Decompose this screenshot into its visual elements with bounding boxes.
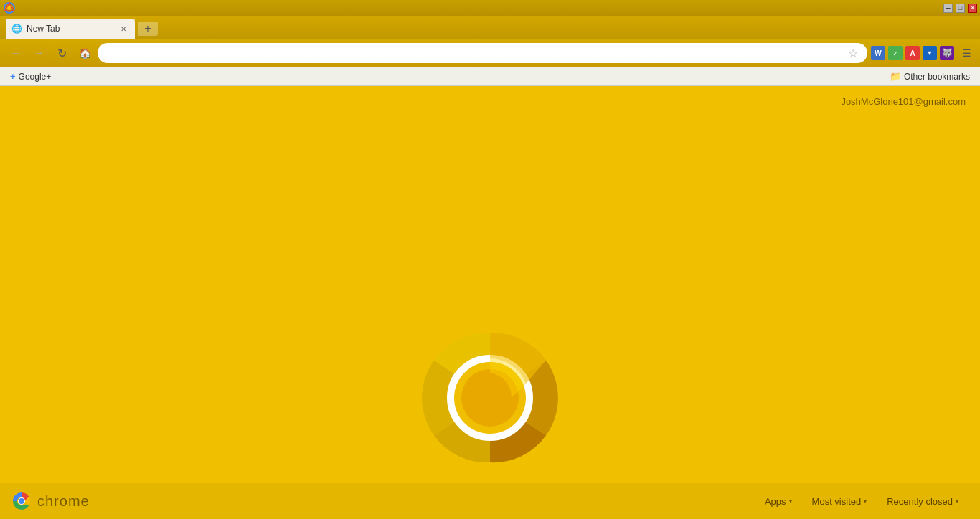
navbar: ← → ↻ 🏠 ☆ W ✓ A ▼ 🐺 ☰ — [0, 39, 980, 67]
address-bar: ☆ — [98, 43, 867, 63]
reload-icon: ↻ — [57, 47, 67, 60]
apps-label: Apps — [765, 496, 786, 507]
close-button[interactable]: ✕ — [968, 4, 977, 13]
tabbar: 🌐 New Tab ✕ + — [0, 16, 980, 39]
user-email[interactable]: JoshMcGlone101@gmail.com — [841, 96, 966, 107]
tab-newtab[interactable]: 🌐 New Tab ✕ — [6, 19, 135, 39]
ext-icon-2[interactable]: ✓ — [888, 46, 903, 60]
bookmark-add-icon: + — [10, 71, 16, 82]
new-tab-button[interactable]: + — [138, 22, 158, 36]
reload-button[interactable]: ↻ — [52, 43, 72, 63]
forward-button[interactable]: → — [29, 43, 49, 63]
chrome-logo — [415, 323, 565, 473]
back-icon: ← — [11, 47, 21, 59]
ext-icon-3[interactable]: A — [905, 46, 920, 60]
chrome-system-icon — [3, 1, 16, 14]
ext-icon-1[interactable]: W — [871, 46, 885, 60]
tab-close-button[interactable]: ✕ — [118, 23, 129, 34]
ext-icon-4[interactable]: ▼ — [923, 46, 937, 60]
tab-favicon: 🌐 — [11, 24, 22, 34]
maximize-button[interactable]: □ — [956, 4, 965, 13]
most-visited-button[interactable]: Most visited ▾ — [802, 490, 877, 513]
tabs-container: 🌐 New Tab ✕ + — [6, 19, 974, 39]
new-tab-icon: + — [144, 22, 151, 35]
minimize-button[interactable]: ─ — [943, 4, 953, 13]
other-bookmarks-label: Other bookmarks — [904, 72, 970, 82]
chrome-brand-name: chrome — [37, 493, 90, 510]
apps-button[interactable]: Apps ▾ — [755, 490, 802, 513]
main-content: JoshMcGlone101@gmail.com — [0, 86, 980, 519]
toolbar-icons: W ✓ A ▼ 🐺 ☰ — [870, 46, 974, 60]
back-button[interactable]: ← — [6, 43, 26, 63]
apps-arrow: ▾ — [789, 498, 792, 505]
recently-closed-arrow: ▾ — [956, 498, 958, 505]
window-controls[interactable]: ─ □ ✕ — [943, 4, 977, 13]
chrome-logo-container — [415, 323, 565, 476]
recently-closed-label: Recently closed — [887, 496, 953, 507]
titlebar: ─ □ ✕ — [0, 0, 980, 16]
tab-label: New Tab — [27, 24, 60, 34]
address-input[interactable] — [105, 48, 842, 59]
most-visited-label: Most visited — [812, 496, 862, 507]
most-visited-arrow: ▾ — [864, 498, 867, 505]
titlebar-left — [3, 1, 16, 14]
bookmark-googleplus-label: Google+ — [19, 72, 52, 82]
chrome-menu-button[interactable]: ☰ — [959, 46, 974, 60]
chrome-branding: chrome — [11, 491, 90, 511]
ext-icon-5[interactable]: 🐺 — [940, 46, 954, 60]
bookmark-page-button[interactable]: ☆ — [846, 46, 860, 60]
bookmarks-bar: + Google+ 📁 Other bookmarks — [0, 67, 980, 86]
folder-icon: 📁 — [890, 71, 901, 82]
bottom-nav: Apps ▾ Most visited ▾ Recently closed ▾ — [755, 490, 969, 513]
chrome-brand-logo-small — [11, 491, 32, 511]
recently-closed-button[interactable]: Recently closed ▾ — [877, 490, 969, 513]
bookmark-googleplus[interactable]: + Google+ — [6, 70, 55, 83]
forward-icon: → — [34, 47, 44, 59]
home-icon: 🏠 — [79, 47, 91, 59]
svg-point-6 — [19, 498, 24, 504]
home-button[interactable]: 🏠 — [75, 43, 95, 63]
other-bookmarks[interactable]: 📁 Other bookmarks — [885, 70, 974, 83]
bottom-bar: chrome Apps ▾ Most visited ▾ Recently cl… — [0, 483, 980, 519]
